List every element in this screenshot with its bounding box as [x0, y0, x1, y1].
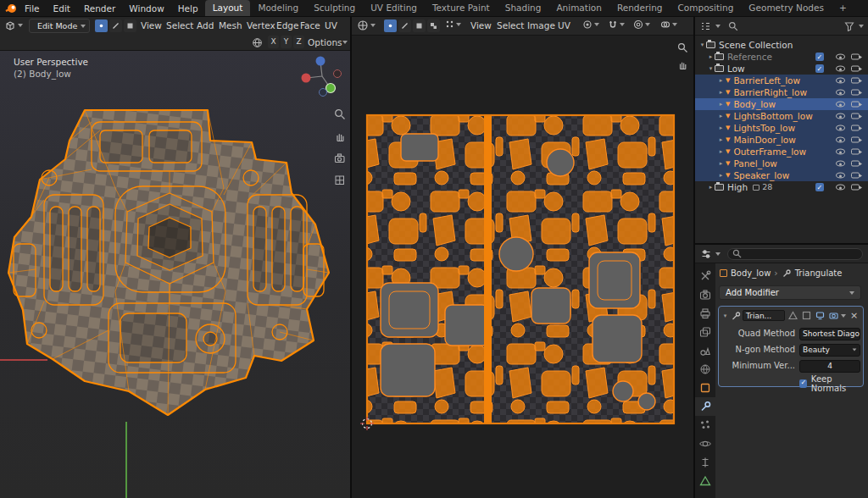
uv-menu-select[interactable]: Select — [497, 17, 524, 35]
outliner-row-speaker-low[interactable]: Speaker_low — [695, 169, 868, 181]
expand-icon[interactable] — [717, 169, 725, 181]
outliner-row-lightst op-low[interactable]: LightsTop_low — [695, 122, 868, 134]
transform-orientation-icon[interactable] — [252, 37, 263, 48]
editor-type-uv-editor[interactable] — [357, 19, 376, 31]
menu-file[interactable]: File — [18, 0, 47, 17]
show-render-toggle[interactable] — [827, 310, 839, 322]
exclude-checkbox[interactable] — [815, 64, 824, 73]
breadcrumb-modifier[interactable]: Triangulate — [795, 268, 843, 278]
disable-render-icon[interactable] — [851, 78, 860, 84]
expand-icon[interactable] — [707, 181, 715, 193]
uv-edge-select-button[interactable] — [398, 19, 411, 32]
outliner-row-scene-collection[interactable]: Scene Collection — [695, 39, 868, 51]
disable-render-icon[interactable] — [851, 54, 860, 60]
viewport-3d[interactable]: User Perspective (2) Body_low — [0, 51, 351, 498]
outliner-row-lightsbottom-low[interactable]: LightsBottom_low — [695, 110, 868, 122]
uv-menu-view[interactable]: View — [470, 17, 492, 35]
outliner-row-barrierleft-low[interactable]: BarrierLeft_low — [695, 75, 868, 86]
pivot-point-dropdown[interactable] — [582, 19, 599, 30]
expand-icon[interactable] — [717, 134, 725, 146]
show-realtime-toggle[interactable] — [814, 310, 826, 322]
gizmo-x-axis[interactable] — [302, 74, 311, 83]
tab-view-layer[interactable] — [695, 323, 715, 341]
disable-render-icon[interactable] — [851, 161, 860, 167]
outliner-row-panel-low[interactable]: Panel_low — [695, 158, 868, 169]
ortho-toggle-icon[interactable] — [334, 174, 347, 187]
workspace-tab-geometry-nodes[interactable]: Geometry Nodes — [741, 0, 832, 16]
tab-world[interactable] — [695, 360, 715, 379]
uv-menu-image[interactable]: Image — [527, 17, 555, 35]
tab-constraints[interactable] — [695, 453, 715, 472]
expand-icon[interactable] — [717, 86, 725, 98]
uv-pan-hand-icon[interactable] — [677, 59, 688, 70]
vertex-select-mode-button[interactable] — [95, 19, 108, 32]
expand-icon[interactable] — [717, 122, 725, 134]
uv-overlays-toggle[interactable] — [660, 19, 677, 30]
hide-viewport-icon[interactable] — [836, 78, 845, 84]
hide-viewport-icon[interactable] — [836, 113, 845, 119]
outliner-row-barrierright-low[interactable]: BarrierRight_low — [695, 86, 868, 98]
gizmo-x-neg-axis[interactable] — [334, 70, 342, 78]
tab-tool[interactable] — [695, 267, 715, 285]
hide-viewport-icon[interactable] — [836, 173, 845, 179]
hide-viewport-icon[interactable] — [836, 149, 845, 155]
disable-render-icon[interactable] — [851, 137, 860, 143]
viewport-menu-uv[interactable]: UV — [325, 17, 337, 35]
workspace-tab-rendering[interactable]: Rendering — [609, 0, 670, 16]
options-dropdown[interactable]: Options — [308, 34, 342, 52]
blender-logo-icon[interactable] — [4, 2, 18, 15]
editor-splitter-left[interactable] — [350, 17, 352, 498]
mode-dropdown[interactable]: Edit Mode — [29, 19, 90, 33]
sticky-selection-dropdown[interactable] — [445, 19, 461, 29]
tab-render[interactable] — [695, 285, 715, 304]
tab-object-data[interactable] — [695, 472, 715, 490]
menu-window[interactable]: Window — [122, 0, 170, 17]
uv-vertex-select-button[interactable] — [384, 19, 397, 32]
viewport-menu-vertex[interactable]: Vertex — [247, 17, 275, 35]
ngon-method-dropdown[interactable]: Beauty — [799, 344, 860, 357]
viewport-menu-mesh[interactable]: Mesh — [219, 17, 242, 35]
menu-edit[interactable]: Edit — [47, 0, 77, 17]
gizmo-z-neg-axis[interactable] — [320, 89, 327, 97]
uv-face-select-button[interactable] — [413, 19, 426, 32]
workspace-tab-shading[interactable]: Shading — [498, 0, 549, 16]
expand-icon[interactable] — [717, 146, 725, 158]
exclude-checkbox[interactable] — [815, 183, 824, 191]
min-vertices-field[interactable]: 4 — [799, 360, 860, 373]
tab-object[interactable] — [695, 379, 715, 397]
workspace-tab-compositing[interactable]: Compositing — [670, 0, 742, 16]
tab-physics[interactable] — [695, 434, 715, 453]
tab-modifiers[interactable] — [695, 397, 715, 416]
outliner-search-icon[interactable] — [728, 21, 738, 31]
outliner-row-outerframe-low[interactable]: OuterFrame_low — [695, 146, 868, 158]
hide-viewport-icon[interactable] — [836, 54, 845, 60]
workspace-tab-animation[interactable]: Animation — [548, 0, 609, 16]
face-select-mode-button[interactable] — [124, 19, 136, 32]
viewport-menu-face[interactable]: Face — [300, 17, 320, 35]
outliner-row-body-low[interactable]: Body_low — [695, 98, 868, 110]
edge-select-mode-button[interactable] — [109, 19, 122, 32]
viewport-menu-view[interactable]: View — [141, 17, 162, 35]
uv-menu-uv[interactable]: UV — [558, 17, 570, 35]
viewport-menu-add[interactable]: Add — [197, 17, 214, 35]
workspace-tab-texture-paint[interactable]: Texture Paint — [425, 0, 498, 16]
mirror-x-button[interactable]: X — [268, 36, 279, 48]
workspace-tab-sculpting[interactable]: Sculpting — [306, 0, 363, 16]
disable-render-icon[interactable] — [851, 66, 860, 72]
quad-method-dropdown[interactable]: Shortest Diagonal — [799, 328, 860, 340]
snap-dropdown[interactable] — [608, 19, 625, 30]
tab-output[interactable] — [695, 304, 715, 323]
filter-icon[interactable] — [844, 21, 854, 31]
uv-editor-canvas[interactable] — [352, 36, 693, 498]
show-in-editmode-toggle[interactable] — [800, 310, 812, 322]
outliner-row-low[interactable]: Low — [695, 63, 868, 75]
disable-render-icon[interactable] — [851, 113, 860, 119]
disable-render-icon[interactable] — [851, 102, 860, 108]
keep-normals-checkbox[interactable] — [799, 379, 807, 388]
edited-mesh-body-low[interactable] — [0, 51, 351, 498]
expand-icon[interactable] — [707, 51, 715, 63]
expand-icon[interactable] — [717, 158, 725, 169]
disable-render-icon[interactable] — [851, 173, 860, 179]
add-workspace-button[interactable]: + — [832, 0, 854, 16]
mirror-z-button[interactable]: Z — [293, 36, 304, 48]
